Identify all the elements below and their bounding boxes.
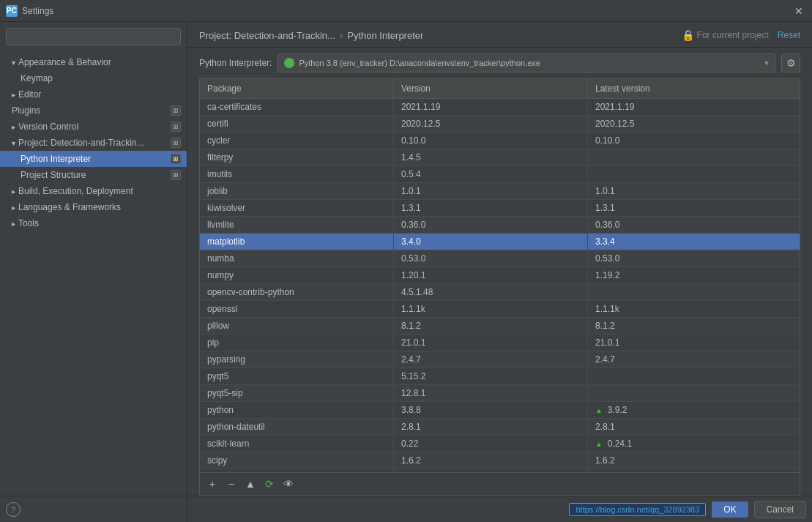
close-button[interactable]: ✕: [791, 5, 806, 17]
sidebar-item-label: Build, Execution, Deployment: [18, 186, 133, 196]
col-package: Package: [200, 79, 394, 98]
table-row[interactable]: pyqt5-sip12.8.1: [200, 385, 800, 402]
package-latest: 1.1.1k: [588, 301, 800, 317]
sidebar-item-project-structure[interactable]: Project Structure ⊞: [0, 167, 187, 183]
package-latest: ▲ 0.24.1: [588, 436, 800, 452]
add-package-button[interactable]: +: [204, 476, 220, 492]
package-version: 1.20.1: [394, 267, 588, 283]
panel-actions: 🔒 For current project Reset: [682, 29, 800, 41]
table-row[interactable]: filterpy1.4.5: [200, 149, 800, 166]
python-icon: [284, 58, 294, 68]
table-row[interactable]: kiwisolver1.3.11.3.1: [200, 200, 800, 217]
package-name: pyparsing: [200, 351, 394, 368]
table-header: Package Version Latest version: [200, 79, 800, 99]
sidebar-item-plugins[interactable]: Plugins ⊞: [0, 102, 187, 119]
table-row[interactable]: pip21.0.121.0.1: [200, 335, 800, 351]
package-latest: 0.36.0: [588, 217, 800, 233]
remove-package-button[interactable]: −: [223, 476, 239, 492]
url-badge[interactable]: https://blog.csdn.net/qq_32892383: [569, 503, 706, 516]
table-row[interactable]: cycler0.10.00.10.0: [200, 133, 800, 149]
expand-arrow-icon: ▸: [12, 187, 15, 195]
sidebar-item-build-execution[interactable]: ▸ Build, Execution, Deployment: [0, 183, 187, 199]
package-latest: 21.0.1: [588, 335, 800, 351]
sidebar-item-project[interactable]: ▾ Project: Detection-and-Trackin... ⊞: [0, 135, 187, 151]
package-version: 0.5.4: [394, 166, 588, 182]
table-row[interactable]: python-dateutil2.8.12.8.1: [200, 419, 800, 436]
package-version: 1.1.1k: [394, 301, 588, 317]
interpreter-label: Python Interpreter:: [199, 58, 272, 68]
table-row[interactable]: imutils0.5.4: [200, 166, 800, 183]
sidebar-item-version-control[interactable]: ▸ Version Control ⊞: [0, 119, 187, 135]
table-row[interactable]: ca-certificates2021.1.192021.1.19: [200, 99, 800, 116]
table-row[interactable]: openssl1.1.1k1.1.1k: [200, 301, 800, 318]
table-row[interactable]: certifi2020.12.52020.12.5: [200, 116, 800, 133]
cancel-button[interactable]: Cancel: [754, 501, 806, 518]
sidebar-item-keymap[interactable]: Keymap: [0, 70, 187, 86]
sidebar-item-appearance[interactable]: ▾ Appearance & Behavior: [0, 54, 187, 70]
package-name: kiwisolver: [200, 200, 394, 216]
interpreter-value: Python 3.8 (env_tracker) D:\anaconda\env…: [299, 59, 540, 67]
package-name: joblib: [200, 183, 394, 199]
ok-button[interactable]: OK: [712, 502, 748, 518]
upgrade-arrow-icon: ▲: [595, 406, 605, 414]
reset-button[interactable]: Reset: [778, 30, 800, 40]
package-version: 0.36.0: [394, 217, 588, 233]
table-row[interactable]: opencv-contrib-python4.5.1.48: [200, 284, 800, 301]
table-row[interactable]: pillow8.1.28.1.2: [200, 318, 800, 335]
sidebar-item-editor[interactable]: ▸ Editor: [0, 86, 187, 102]
expand-arrow-icon: ▾: [12, 59, 15, 67]
project-badge: ⊞: [171, 138, 181, 148]
breadcrumb: Project: Detection-and-Trackin... › Pyth…: [199, 30, 423, 41]
sidebar-item-tools[interactable]: ▸ Tools: [0, 215, 187, 231]
panel-header: Project: Detection-and-Trackin... › Pyth…: [187, 22, 812, 48]
for-current-project-label: 🔒 For current project: [682, 29, 769, 41]
expand-arrow-icon: ▾: [12, 139, 15, 147]
table-row[interactable]: python3.8.8▲ 3.9.2: [200, 402, 800, 419]
package-name: cycler: [200, 133, 394, 149]
table-row[interactable]: scikit-learn0.22▲ 0.24.1: [200, 436, 800, 452]
sidebar-item-label: Project: Detection-and-Trackin...: [18, 138, 144, 148]
package-latest: 2.4.7: [588, 351, 800, 368]
expand-arrow-icon: ▸: [12, 91, 15, 99]
upgrade-package-button[interactable]: ▲: [242, 476, 258, 492]
search-input[interactable]: [6, 28, 181, 45]
sidebar-item-python-interpreter[interactable]: Python Interpreter ⊞: [0, 151, 187, 167]
package-table: Package Version Latest version ca-certif…: [199, 78, 800, 496]
interpreter-settings-button[interactable]: ⚙: [781, 53, 800, 72]
interpreter-select[interactable]: Python 3.8 (env_tracker) D:\anaconda\env…: [278, 53, 775, 72]
table-row[interactable]: pyparsing2.4.72.4.7: [200, 351, 800, 368]
upgrade-arrow-icon: ▲: [595, 440, 605, 448]
plugins-badge: ⊞: [171, 105, 181, 116]
table-row[interactable]: matplotlib3.4.03.3.4: [200, 234, 800, 250]
title-bar-text: Settings: [22, 6, 791, 16]
table-row[interactable]: numpy1.20.11.19.2: [200, 267, 800, 284]
breadcrumb-sep: ›: [340, 30, 343, 41]
package-name: filterpy: [200, 149, 394, 165]
show-early-releases-button[interactable]: 👁: [280, 476, 297, 492]
package-version: 3.4.0: [394, 234, 588, 250]
col-version: Version: [394, 79, 588, 98]
refresh-button[interactable]: ⟳: [261, 476, 278, 492]
table-row[interactable]: joblib1.0.11.0.1: [200, 183, 800, 200]
package-latest: 1.0.1: [588, 183, 800, 199]
package-latest: [588, 284, 800, 300]
package-version: 1.0.1: [394, 183, 588, 199]
package-latest: 1.19.2: [588, 267, 800, 283]
package-latest: 3.3.4: [588, 234, 800, 250]
sidebar-item-languages-frameworks[interactable]: ▸ Languages & Frameworks: [0, 199, 187, 215]
expand-arrow-icon: ▸: [12, 220, 15, 228]
col-latest: Latest version: [588, 79, 800, 98]
package-latest: [588, 368, 800, 384]
package-version: 2020.12.5: [394, 116, 588, 132]
table-row[interactable]: numba0.53.00.53.0: [200, 250, 800, 267]
settings-window: PC Settings ✕ ▾ Appearance & Behavior Ke…: [0, 0, 812, 522]
table-row[interactable]: pyqt55.15.2: [200, 368, 800, 385]
sidebar-item-label: Python Interpreter: [21, 154, 91, 164]
package-version: 0.53.0: [394, 250, 588, 266]
package-version: 3.8.8: [394, 402, 588, 418]
table-row[interactable]: scipy1.6.21.6.2: [200, 452, 800, 469]
table-row[interactable]: llvmlite0.36.00.36.0: [200, 217, 800, 234]
sidebar-item-label: Plugins: [12, 105, 40, 116]
help-button[interactable]: ?: [6, 502, 21, 517]
package-version: 4.5.1.48: [394, 284, 588, 300]
